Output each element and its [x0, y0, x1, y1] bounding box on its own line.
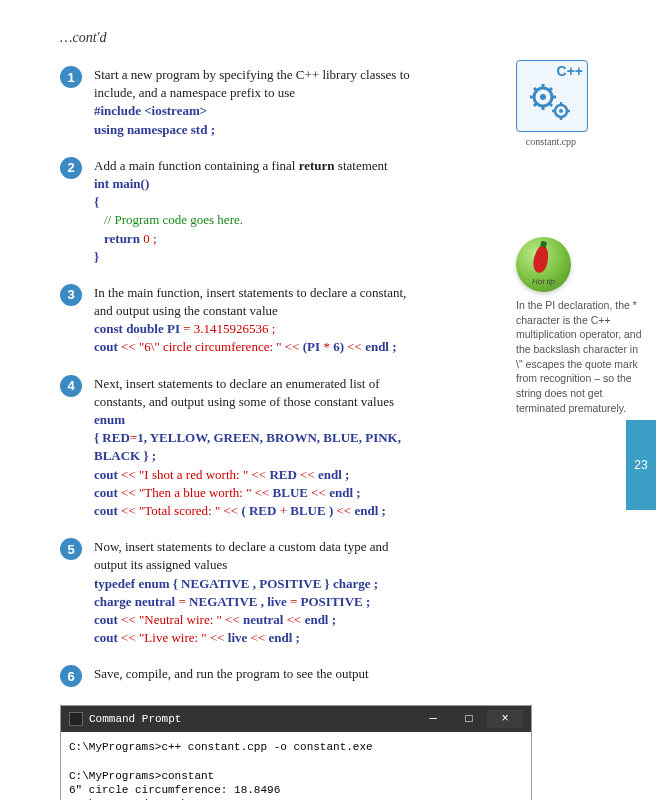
s4c4g: endl ; [326, 485, 361, 500]
step-2-text-c: statement [335, 158, 388, 173]
s5c3c: "Neutral wire: " [136, 612, 225, 627]
s5c4a: cout [94, 630, 121, 645]
terminal-title-text: Command Prompt [89, 713, 181, 725]
terminal-body: C:\MyPrograms>c++ constant.cpp -o consta… [61, 732, 531, 800]
gears-icon [529, 83, 573, 123]
s4c5f: + [280, 503, 287, 518]
s4c4c: "Then a blue worth: " [136, 485, 255, 500]
s5c4e: live [225, 630, 251, 645]
s4c4a: cout [94, 485, 121, 500]
step-2-code4b: 0 ; [140, 231, 157, 246]
svg-point-11 [559, 109, 563, 113]
s3c2e: (PI [300, 339, 324, 354]
s4c5g: BLUE ) [287, 503, 336, 518]
s5c1a: typedef enum [94, 576, 169, 591]
step-bullet-3: 3 [60, 284, 82, 306]
step-bullet-1: 1 [60, 66, 82, 88]
s5c3f: << [287, 612, 302, 627]
cpp-label: C++ [557, 63, 583, 79]
step-2-text-a: Add a main function containing a final [94, 158, 299, 173]
terminal-window: Command Prompt — □ × C:\MyPrograms>c++ c… [60, 705, 532, 800]
terminal-maximize-button[interactable]: □ [451, 710, 487, 728]
terminal-icon [69, 712, 83, 726]
step-6: 6 Save, compile, and run the program to … [60, 665, 616, 687]
step-1-code2: using namespace std ; [94, 122, 215, 137]
page-number-tab: 23 [626, 420, 656, 510]
s4c5i: endl ; [351, 503, 386, 518]
step-2-code2: { [94, 194, 99, 209]
svg-line-7 [549, 103, 552, 106]
s3c2h: << [347, 339, 362, 354]
pepper-icon [532, 244, 551, 274]
contd-header: …cont'd [60, 30, 616, 46]
s4c3g: endl ; [315, 467, 350, 482]
s3c1b: PI [164, 321, 184, 336]
step-bullet-6: 6 [60, 665, 82, 687]
hot-tip-label: Hot tip [516, 277, 571, 286]
tip-text: In the PI declaration, the * character i… [516, 298, 646, 416]
s4c3b: << [121, 467, 136, 482]
s4c3a: cout [94, 467, 121, 482]
step-bullet-5: 5 [60, 538, 82, 560]
s5c4c: "Live wire: " [136, 630, 210, 645]
step-content-1: Start a new program by specifying the C+… [94, 66, 424, 139]
cpp-file-icon: C++ [516, 60, 588, 132]
s5c3g: endl ; [301, 612, 336, 627]
svg-line-8 [534, 103, 537, 106]
s4c2a: { RED [94, 430, 130, 445]
filename-label: constant.cpp [516, 136, 586, 147]
step-5-text: Now, insert statements to declare a cust… [94, 539, 388, 572]
s5c2a: charge neutral [94, 594, 178, 609]
s4c4d: << [255, 485, 270, 500]
s4c3f: << [300, 467, 315, 482]
step-3-text: In the main function, insert statements … [94, 285, 406, 318]
step-2-code5: } [94, 249, 99, 264]
s3c2g: 6) [330, 339, 347, 354]
svg-line-6 [534, 88, 537, 91]
s5c2b: = [178, 594, 185, 609]
s3c1a: const double [94, 321, 164, 336]
step-content-5: Now, insert statements to declare a cust… [94, 538, 424, 647]
s3c1c: = [183, 321, 190, 336]
svg-line-9 [549, 88, 552, 91]
s3c1d: 3.1415926536 ; [191, 321, 276, 336]
step-content-3: In the main function, insert statements … [94, 284, 424, 357]
s5c1b: { NEGATIVE , POSITIVE } charge ; [169, 576, 378, 591]
s5c4d: << [210, 630, 225, 645]
s5c3e: neutral [240, 612, 287, 627]
s4c5a: cout [94, 503, 121, 518]
sidebar: C++ constant.cpp Hot [516, 60, 646, 416]
svg-point-1 [540, 94, 546, 100]
s4c4b: << [121, 485, 136, 500]
step-2-code3: // Program code goes here. [104, 212, 243, 227]
s5c4f: << [251, 630, 266, 645]
s4c3c: "I shot a red worth: " [136, 467, 252, 482]
step-bullet-2: 2 [60, 157, 82, 179]
step-2-text-b: return [299, 158, 335, 173]
s5c4b: << [121, 630, 136, 645]
step-6-text: Save, compile, and run the program to se… [94, 666, 369, 681]
s4c3e: RED [266, 467, 300, 482]
step-content-6: Save, compile, and run the program to se… [94, 665, 424, 683]
s4c3d: << [251, 467, 266, 482]
step-2-code4a: return [104, 231, 140, 246]
step-1-code1: #include <iostream> [94, 103, 207, 118]
s3c2a: cout [94, 339, 121, 354]
s3c2d: << [285, 339, 300, 354]
s4c1: enum [94, 412, 125, 427]
s3c2i: endl ; [362, 339, 397, 354]
s4c5d: << [223, 503, 238, 518]
s3c2b: << [121, 339, 136, 354]
terminal-minimize-button[interactable]: — [415, 710, 451, 728]
s4c4f: << [311, 485, 326, 500]
s4c5e: ( RED [238, 503, 280, 518]
terminal-close-button[interactable]: × [487, 710, 523, 728]
hot-tip-icon: Hot tip [516, 237, 571, 292]
s4c4e: BLUE [269, 485, 311, 500]
step-2-code1: int main() [94, 176, 149, 191]
step-5: 5 Now, insert statements to declare a cu… [60, 538, 616, 647]
s4c5c: "Total scored: " [136, 503, 224, 518]
s5c3b: << [121, 612, 136, 627]
s5c3a: cout [94, 612, 121, 627]
step-content-2: Add a main function containing a final r… [94, 157, 424, 266]
